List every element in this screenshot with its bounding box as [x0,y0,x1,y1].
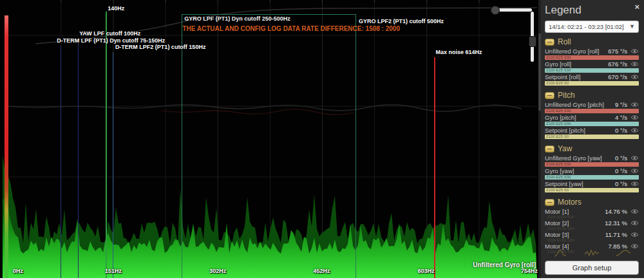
field-color-bar[interactable]: Z100 E25 S0 [545,188,639,192]
field-curve-settings: Z100 E25 S0 [546,188,569,192]
legend-section-roll: RollUnfiltered Gyro [roll]675 °/sZ100 E2… [545,37,639,86]
legend-field-row[interactable]: Unfiltered Gyro [yaw]0 °/sZ100 E25 S30 [545,154,639,167]
collapse-icon[interactable] [545,145,554,153]
field-label: Gyro [roll] [545,61,608,68]
legend-panel: × Legend 14/14: 02:21 - 03:23 [01:02] ▼ … [538,0,644,280]
field-color-bar[interactable]: Z100 E25 S30 [545,162,639,167]
chevron-down-icon: ▼ [629,21,635,32]
field-value: 0 °/s [615,127,627,134]
field-curve-settings: Z100 E25 S0 [546,135,569,139]
field-value: 9 °/s [615,101,627,108]
zoom-slider-knob[interactable] [491,6,500,15]
legend-section-pitch: PitchUnfiltered Gyro [pitch]9 °/sZ100 E2… [545,91,639,140]
legend-section-header-motors[interactable]: Motors [545,198,639,207]
field-color-bar[interactable]: Z100 E25 S30 [545,122,639,126]
field-value: 0 °/s [615,154,627,162]
legend-field-row[interactable]: Gyro [roll]676 °/sZ100 E25 S30 [545,61,639,73]
field-color-bar[interactable]: Z100 E25 S30 [545,109,639,113]
eye-icon[interactable] [630,48,639,54]
eye-icon[interactable] [630,168,639,174]
axis-tick-754Hz: 754Hz [521,268,538,274]
collapse-icon[interactable] [545,92,554,99]
eye-icon[interactable] [630,220,639,226]
field-label: Unfiltered Gyro [pitch] [545,101,615,108]
field-color-bar[interactable]: Z100 E25 S0 [545,135,639,139]
legend-section-motors: MotorsMotor [1]14.76 %Z100 E100 S30Motor… [545,198,639,254]
eye-icon[interactable] [630,181,639,187]
vertical-slider-knob[interactable] [529,36,536,47]
collapse-icon[interactable] [545,199,554,206]
legend-section-header-yaw[interactable]: Yaw [545,144,639,153]
graph-setup-button[interactable]: Graph setup [545,261,639,275]
legend-field-row[interactable]: Gyro [yaw]0 °/sZ100 E25 S30 [545,167,639,180]
collapse-icon[interactable] [545,39,554,46]
eye-icon[interactable] [630,127,639,133]
eye-icon[interactable] [630,232,639,238]
field-curve-settings: Z100 E100 S30 [547,215,639,219]
marker-label-gyro-lpf2: GYRO LPF2 (PT1) cutoff 500Hz [359,18,444,24]
field-label: Unfiltered Gyro [yaw] [545,154,615,162]
eye-icon[interactable] [630,61,639,67]
legend-scrollbar-thumb[interactable] [538,33,541,111]
spectrum-chart[interactable]: GYRO LPF (PT1) Dyn cutoff 250-500Hz THE … [0,0,538,280]
section-name: Roll [558,37,571,46]
field-curve-settings: Z100 E25 S30 [546,109,571,113]
axis-tick-302Hz: 302Hz [209,268,226,274]
field-label: Motor [1] [545,208,605,215]
marker-label-dterm-dyn: D-TERM LPF (PT1) Dyn cutoff 75-150Hz [57,37,165,44]
legend-motor-row[interactable]: Motor [1]14.76 %Z100 E100 S30 [545,208,639,219]
eye-icon[interactable] [630,209,639,214]
eye-icon[interactable] [630,102,639,107]
curve-preset-2-icon[interactable] [583,248,600,258]
close-icon[interactable]: × [634,3,639,11]
field-value: 0 °/s [615,180,627,187]
eye-icon[interactable] [630,115,639,120]
legend-field-row[interactable]: Setpoint [yaw]0 °/sZ100 E25 S0 [545,180,639,193]
curve-preset-1-icon[interactable] [552,248,569,258]
field-color-bar[interactable]: Z100 E25 S30 [545,68,639,73]
field-color-bar[interactable]: Z100 E25 S0 [545,81,639,86]
legend-field-row[interactable]: Unfiltered Gyro [roll]675 °/sZ100 E25 S3… [545,48,639,61]
field-value: 675 °/s [608,48,627,55]
field-value: 0 °/s [615,167,627,174]
legend-field-row[interactable]: Gyro [pitch]4 °/sZ100 E25 S30 [545,114,639,127]
trace-label: Unfiltered Gyro [roll] [473,261,536,268]
section-name: Motors [558,198,582,207]
data-rate-warning: THE ACTUAL AND CONFIG LOG DATA RATE DIFF… [182,25,355,32]
legend-section-header-pitch[interactable]: Pitch [545,91,639,100]
marker-label-peak-140: 140Hz [108,5,124,12]
eye-icon[interactable] [630,155,639,161]
field-value: 4 °/s [615,114,627,121]
field-label: Setpoint [roll] [545,73,608,80]
log-range-select[interactable]: 14/14: 02:21 - 03:23 [01:02] ▼ [545,21,639,33]
field-curve-settings: Z100 E25 S30 [546,68,571,73]
axis-tick-0Hz: 0Hz [13,268,23,274]
legend-field-row[interactable]: Setpoint [pitch]0 °/sZ100 E25 S0 [545,127,639,140]
field-label: Unfiltered Gyro [roll] [545,48,608,55]
field-label: Setpoint [yaw] [545,180,615,187]
curve-preset-3-icon[interactable] [615,248,632,258]
field-curve-settings: Z100 E25 S0 [546,81,569,86]
legend-motor-row[interactable]: Motor [3]11.71 %Z100 E100 S30 [545,231,639,243]
field-curve-settings: Z100 E25 S30 [546,175,571,180]
field-color-bar[interactable]: Z100 E25 S30 [545,55,639,60]
field-curve-settings: Z100 E25 S30 [546,122,571,126]
marker-label-yaw-lpf: YAW LPF cutoff 100Hz [79,30,140,37]
legend-field-row[interactable]: Setpoint [roll]670 °/sZ100 E25 S0 [545,73,639,86]
field-curve-settings: Z100 E25 S30 [546,55,571,60]
legend-motor-row[interactable]: Motor [2]12.31 %Z100 E100 S30 [545,219,639,231]
field-label: Setpoint [pitch] [545,127,615,134]
legend-field-row[interactable]: Unfiltered Gyro [pitch]9 °/sZ100 E25 S30 [545,101,639,114]
field-value: 670 °/s [608,73,627,80]
field-curve-settings: Z100 E100 S30 [547,238,639,243]
section-name: Pitch [558,91,575,100]
field-curve-settings: Z100 E25 S30 [546,162,571,167]
field-label: Motor [2] [545,219,605,227]
field-color-bar[interactable]: Z100 E25 S30 [545,175,639,180]
field-value: 12.31 % [605,219,627,227]
curve-preset-buttons [545,248,639,258]
field-label: Gyro [yaw] [545,167,615,174]
field-value: 11.71 % [605,231,627,238]
eye-icon[interactable] [630,74,639,80]
legend-section-header-roll[interactable]: Roll [545,37,639,46]
